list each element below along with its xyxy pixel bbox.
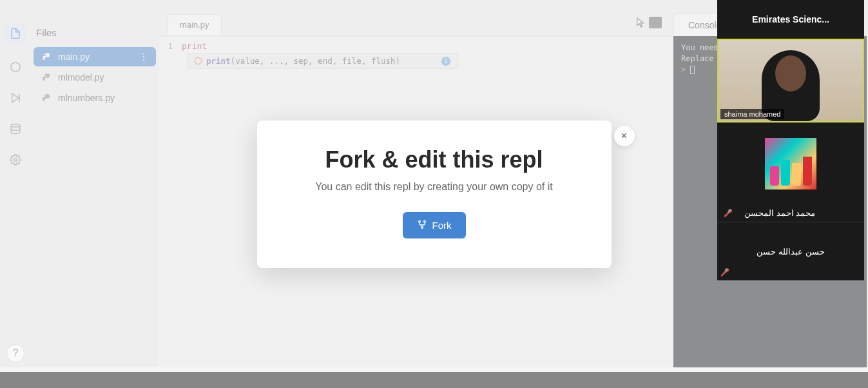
fork-button-label: Fork — [432, 220, 452, 231]
mic-muted-icon — [724, 209, 733, 218]
meeting-title: Emirates Scienc... — [717, 0, 864, 39]
participant-name: shaima mohamed — [720, 109, 784, 119]
participant-no-video: حسن عبدالله حسن — [717, 222, 864, 280]
video-call-panel: Emirates Scienc... shaima mohamed محمد ا… — [717, 0, 864, 280]
fork-button[interactable]: Fork — [403, 212, 466, 238]
participant-no-video — [717, 123, 864, 204]
close-button[interactable]: × — [614, 126, 635, 146]
participant-avatar — [765, 138, 816, 189]
svg-point-6 — [421, 227, 423, 229]
modal-title: Fork & edit this repl — [276, 146, 592, 173]
modal-subtitle: You can edit this repl by creating your … — [276, 181, 592, 193]
participant-name: حسن عبدالله حسن — [750, 247, 831, 257]
participant-tile[interactable]: حسن عبدالله حسن — [717, 222, 864, 280]
mic-muted-icon — [720, 268, 729, 277]
participant-name: محمد احمد المحسن — [738, 208, 822, 218]
fork-modal: × Fork & edit this repl You can edit thi… — [257, 121, 612, 268]
participant-video: shaima mohamed — [719, 40, 863, 121]
fork-icon — [417, 220, 427, 230]
svg-point-5 — [423, 220, 425, 222]
participant-tile[interactable]: محمد احمد المحسن — [717, 122, 864, 222]
participant-tile[interactable]: shaima mohamed — [717, 39, 864, 122]
svg-point-4 — [418, 220, 420, 222]
